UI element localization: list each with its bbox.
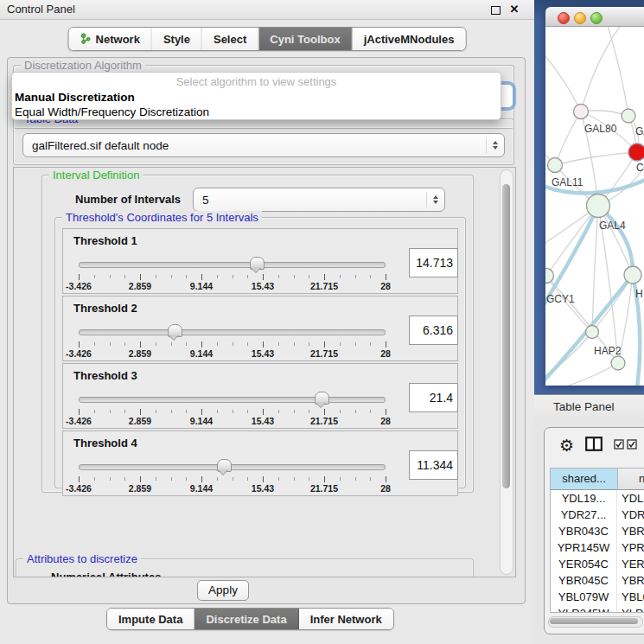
settings-scrollbar-thumb[interactable] — [502, 184, 510, 488]
minimize-light[interactable] — [574, 12, 586, 24]
table-hscrollbar-thumb[interactable] — [550, 618, 638, 624]
thresholds-group-title: Threshold's Coordinates for 5 Intervals — [62, 211, 262, 224]
tab-label: Style — [163, 33, 190, 46]
node-label: H — [635, 288, 643, 300]
tab-network[interactable]: Network — [69, 28, 152, 50]
table-row[interactable]: YER054CYER0 — [551, 556, 644, 572]
slider-thumb[interactable] — [168, 324, 182, 337]
tab-infer-network[interactable]: Infer Network — [299, 609, 393, 629]
apply-button[interactable]: Apply — [197, 580, 249, 601]
slider-track[interactable] — [79, 262, 386, 268]
tick-label: 28 — [380, 281, 391, 291]
network-view[interactable]: GAL80GACGAL11GAL4GCY1HHAP2 — [545, 27, 644, 386]
table-horizontal-scrollbar[interactable] — [548, 616, 643, 628]
network-node-gcy1[interactable] — [545, 269, 554, 284]
slider-ticks — [79, 341, 386, 348]
close-light[interactable] — [558, 12, 570, 24]
interval-definition-group: Interval Definition Number of Intervals … — [41, 175, 474, 493]
network-node-ga[interactable] — [622, 109, 635, 123]
column-checkboxes — [614, 437, 637, 453]
gear-icon[interactable]: ⚙ — [559, 437, 574, 454]
network-window-titlebar[interactable] — [545, 7, 644, 27]
slider-thumb[interactable] — [250, 257, 265, 270]
tab-select[interactable]: Select — [202, 28, 258, 50]
table-row[interactable]: YDR27...YDR2 — [551, 507, 644, 523]
network-node-gal11[interactable] — [548, 158, 563, 173]
tick-mark — [355, 477, 356, 481]
tick-label: -3.426 — [66, 416, 92, 426]
tick-mark — [294, 342, 295, 346]
tab-discretize-data[interactable]: Discretize Data — [194, 609, 298, 629]
network-node-hap2[interactable] — [586, 326, 599, 339]
slider-track[interactable] — [79, 329, 386, 335]
algorithm-dropdown-popup: Select algorithm to view settings Manual… — [11, 72, 501, 120]
tick-mark — [186, 477, 187, 481]
table-row[interactable]: YBL079WYBL0 — [551, 589, 644, 605]
table-row[interactable]: YBR045CYBR0 — [551, 572, 644, 589]
tick-mark — [263, 409, 264, 415]
threshold-value-field[interactable]: 6.316 — [409, 316, 458, 345]
tab-style[interactable]: Style — [152, 28, 202, 50]
slider-thumb[interactable] — [217, 459, 232, 472]
table-row[interactable]: YPR145WYPR1 — [551, 539, 644, 556]
threshold-value-field[interactable]: 21.4 — [409, 383, 458, 412]
tick-mark — [309, 342, 309, 346]
slider-track[interactable] — [79, 464, 386, 470]
threshold-value-field[interactable]: 11.344 — [409, 450, 458, 480]
algorithm-option-manual-discretization[interactable]: Manual Discretization — [12, 90, 501, 105]
number-of-intervals-value: 5 — [194, 194, 426, 207]
tick-mark — [201, 409, 202, 415]
cell-shared-name: YER054C — [551, 556, 617, 572]
checkbox-checked-icon[interactable] — [614, 437, 624, 453]
tick-mark — [186, 275, 187, 278]
zoom-light[interactable] — [590, 12, 603, 24]
threshold-slider[interactable] — [79, 257, 386, 272]
network-edge — [592, 206, 598, 332]
table-data-combobox[interactable]: galFiltered.sif default node — [22, 133, 505, 157]
tick-mark — [294, 275, 295, 278]
cell-name: YBR0 — [617, 523, 644, 539]
column-header-shared-[interactable]: shared... — [551, 469, 618, 489]
tick-mark — [110, 477, 111, 481]
network-node-gal80[interactable] — [574, 105, 589, 119]
network-edge — [555, 112, 581, 165]
tick-mark — [94, 410, 95, 413]
tick-mark — [247, 342, 248, 346]
split-view-icon[interactable] — [585, 437, 603, 455]
network-node-c[interactable] — [628, 143, 644, 161]
tick-label: -3.426 — [66, 281, 92, 291]
tick-label: 15.43 — [252, 281, 274, 291]
threshold-value-field[interactable]: 14.713 — [409, 248, 458, 277]
network-node-gal4[interactable] — [587, 194, 610, 218]
settings-scroll-region: Interval Definition Number of Intervals … — [13, 167, 516, 577]
checkbox-checked-icon[interactable] — [627, 437, 637, 453]
slider-track[interactable] — [79, 397, 386, 403]
network-edge — [546, 206, 598, 276]
algorithm-option-equal-width-frequency-discretization[interactable]: Equal Width/Frequency Discretization — [12, 105, 501, 119]
network-node[interactable] — [611, 356, 625, 370]
tab-jactivemnodules[interactable]: jActiveMNodules — [353, 28, 466, 50]
tab-impute-data[interactable]: Impute Data — [107, 609, 194, 629]
float-window-icon[interactable] — [489, 3, 501, 16]
tick-mark — [217, 477, 218, 481]
tab-label: Network — [96, 33, 140, 46]
tick-mark — [110, 342, 111, 346]
threshold-slider[interactable] — [79, 459, 386, 475]
threshold-slider[interactable] — [79, 324, 386, 340]
table-row[interactable]: YBR043CYBR0 — [551, 523, 644, 539]
network-canvas-svg: GAL80GACGAL11GAL4GCY1HHAP2 — [545, 27, 644, 386]
settings-vertical-scrollbar[interactable] — [500, 169, 513, 575]
table-row[interactable]: YDL19...YDL1 — [551, 490, 644, 507]
threshold-slider[interactable] — [79, 392, 386, 407]
tab-label: Select — [214, 33, 246, 46]
number-of-intervals-combobox[interactable]: 5 — [193, 188, 445, 212]
cell-name: YER0 — [617, 556, 644, 572]
column-header-na[interactable]: na — [618, 469, 644, 489]
table-row[interactable]: YLR345WYLR3 — [551, 605, 644, 613]
tick-label: 21.715 — [310, 483, 338, 494]
slider-thumb[interactable] — [315, 392, 329, 405]
network-node-h[interactable] — [624, 266, 641, 284]
close-icon[interactable]: ✕ — [508, 3, 520, 16]
cell-name: YLR3 — [617, 605, 644, 613]
tab-cyni-toolbox[interactable]: Cyni Toolbox — [258, 28, 352, 50]
